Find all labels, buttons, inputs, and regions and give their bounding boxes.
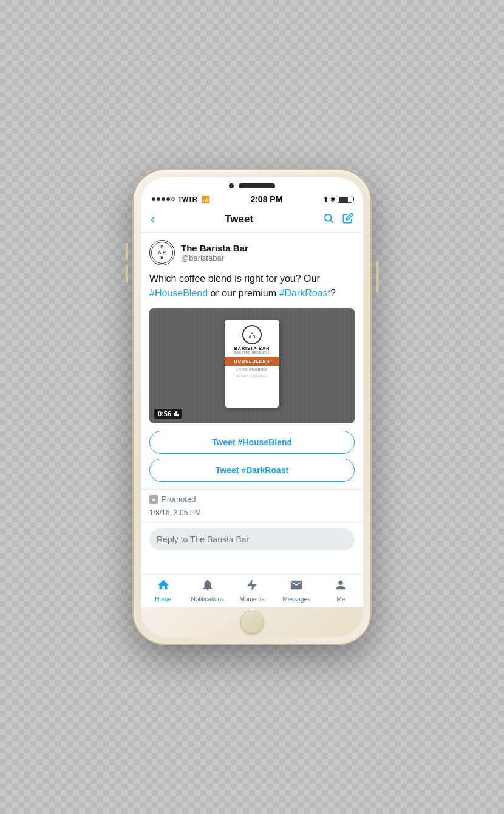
user-info: The Barista Bar @baristabar	[181, 243, 355, 262]
carrier-label: TWTR	[178, 196, 197, 203]
tab-notifications[interactable]: Notifications	[185, 578, 230, 603]
avatar[interactable]: BA RB	[149, 240, 175, 265]
tab-messages-label: Messages	[282, 596, 310, 603]
hashtag-darkroast[interactable]: #DarkRoast	[279, 288, 330, 298]
hashtag-houseblend[interactable]: #HouseBlend	[149, 288, 208, 298]
home-button[interactable]	[240, 610, 264, 634]
camera-area	[141, 177, 363, 194]
promoted-area: ▲ Promoted	[141, 489, 363, 508]
bag-bottom: NET WT 12 OZ (340G)	[235, 373, 268, 379]
svg-line-1	[330, 220, 333, 222]
tweet-header: BA RB The Barista Bar @baristabar	[141, 233, 363, 269]
tab-me[interactable]: Me	[319, 578, 363, 603]
tab-home-label: Home	[155, 596, 171, 603]
bag-brand: BARISTA BAR	[234, 346, 270, 351]
phone-screen: TWTR 📶 2:08 PM ⬆ ✱ ‹ Tweet	[141, 177, 363, 637]
tweet-text-part2: or our premium	[208, 288, 279, 298]
video-chart-icon	[174, 411, 179, 416]
bag-logo-area: BA R BARISTA BAR ROASTED RECENTLY	[231, 320, 273, 357]
phone-device: TWTR 📶 2:08 PM ⬆ ✱ ‹ Tweet	[134, 170, 370, 644]
volume-buttons	[125, 243, 128, 282]
back-button[interactable]: ‹	[151, 211, 155, 227]
location-icon: ⬆	[323, 196, 328, 203]
bluetooth-icon: ✱	[330, 196, 335, 203]
status-left: TWTR 📶	[152, 196, 210, 204]
navigation-bar: ‹ Tweet	[141, 207, 363, 233]
tweet-content: BA RB The Barista Bar @baristabar Which …	[141, 233, 363, 574]
page-title: Tweet	[225, 213, 253, 225]
video-thumbnail[interactable]: BA R BARISTA BAR ROASTED RECENTLY HOUSEB…	[149, 308, 355, 423]
reply-input[interactable]	[149, 528, 355, 550]
tab-me-label: Me	[336, 596, 345, 603]
coffee-bag: BA R BARISTA BAR ROASTED RECENTLY HOUSEB…	[225, 320, 279, 408]
wifi-icon: 📶	[202, 196, 210, 204]
compose-icon[interactable]	[342, 213, 353, 227]
tweet-text-part1: Which coffee blend is right for you? Our	[149, 273, 320, 284]
promoted-label: Promoted	[162, 494, 196, 504]
moments-icon	[245, 578, 259, 595]
tab-home[interactable]: Home	[141, 578, 185, 603]
messages-icon	[290, 578, 303, 595]
tweet-text-part3: ?	[330, 288, 336, 298]
svg-point-0	[325, 214, 332, 221]
tab-notifications-label: Notifications	[191, 596, 224, 603]
search-icon[interactable]	[323, 213, 334, 227]
bag-subtitle: ROASTED RECENTLY	[234, 351, 270, 354]
status-time: 2:08 PM	[250, 194, 282, 204]
avatar-inner: BA RB	[151, 242, 173, 264]
tab-moments[interactable]: Moments	[230, 578, 274, 603]
me-icon	[334, 578, 347, 595]
user-name[interactable]: The Barista Bar	[181, 243, 355, 253]
reply-box	[141, 522, 363, 556]
bag-logo-circle: BA R	[242, 325, 262, 344]
video-time: 0:56	[158, 410, 171, 417]
notifications-icon	[201, 578, 214, 595]
promoted-icon: ▲	[149, 495, 158, 504]
status-right: ⬆ ✱	[323, 196, 352, 203]
home-button-area	[141, 607, 363, 637]
poll-btn-darkroast[interactable]: Tweet #DarkRoast	[149, 459, 355, 482]
bag-label: HOUSEBLEND	[225, 357, 279, 366]
nav-actions	[323, 213, 353, 227]
tab-moments-label: Moments	[239, 596, 264, 603]
home-icon	[157, 578, 170, 595]
svg-marker-2	[247, 580, 257, 590]
battery-indicator	[338, 196, 352, 203]
speaker	[239, 183, 275, 188]
poll-buttons: Tweet #HouseBlend Tweet #DarkRoast	[141, 423, 363, 489]
avatar-logo: BA RB	[158, 245, 166, 260]
bag-sublabel: LATIN AMERICA	[234, 366, 270, 373]
user-handle[interactable]: @baristabar	[181, 253, 355, 262]
signal-strength	[152, 197, 175, 201]
tweet-timestamp: 1/8/16, 3:05 PM	[141, 508, 363, 522]
poll-btn-houseblend[interactable]: Tweet #HouseBlend	[149, 431, 355, 454]
tab-bar: Home Notifications Moments	[141, 574, 363, 607]
tab-messages[interactable]: Messages	[274, 578, 319, 603]
tweet-text: Which coffee blend is right for you? Our…	[141, 269, 363, 308]
power-button	[376, 261, 379, 292]
video-duration: 0:56	[154, 409, 182, 419]
camera-icon	[229, 183, 234, 188]
